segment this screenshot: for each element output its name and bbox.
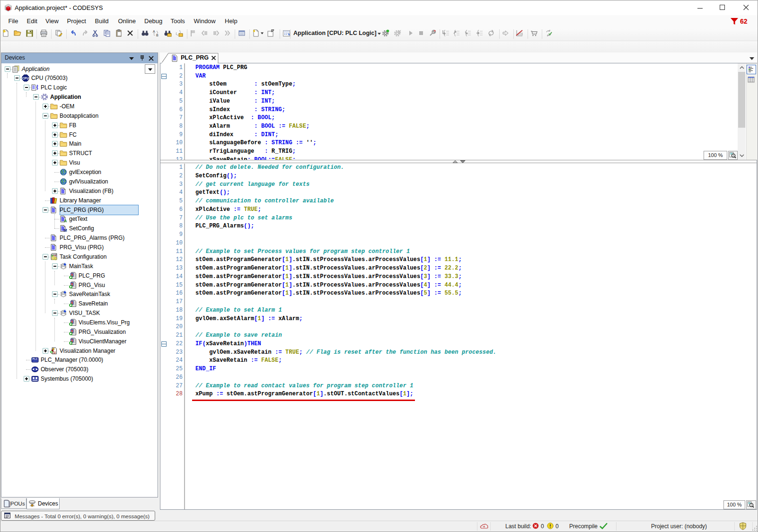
svg-text:A: A [153,30,155,33]
svg-text:A: A [64,218,67,223]
svg-text:PLC: PLC [33,358,38,361]
svg-text:CPU: CPU [22,77,29,80]
svg-text:M: M [63,228,67,232]
